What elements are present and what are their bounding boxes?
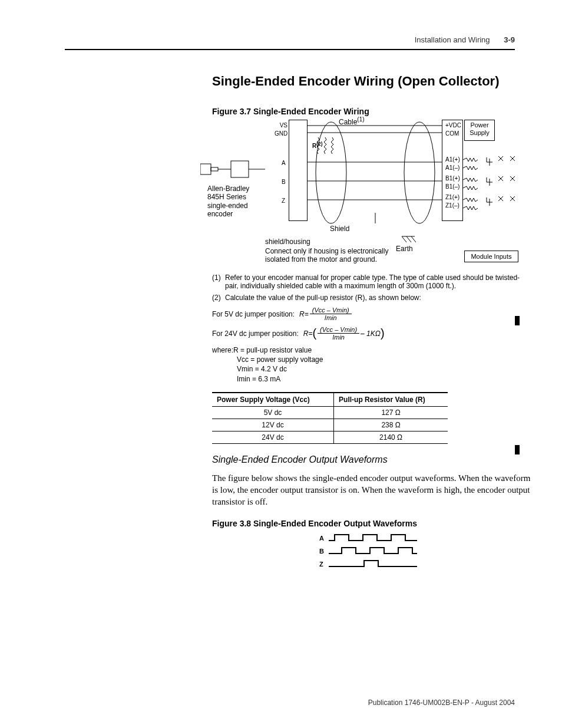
waveform-row-b: B bbox=[319, 545, 425, 558]
encoder-icon bbox=[200, 155, 265, 185]
table-row: 24V dc 2140 Ω bbox=[212, 431, 448, 443]
sub-heading: Single-Ended Encoder Output Waveforms bbox=[212, 454, 533, 465]
footnote-2: (2) Calculate the value of the pull-up r… bbox=[212, 294, 533, 302]
b1n-label: B1(–) bbox=[445, 183, 459, 190]
com-label: COM bbox=[445, 130, 459, 137]
square-wave-icon bbox=[329, 545, 417, 557]
header-rule bbox=[65, 49, 515, 50]
body-paragraph: The figure below shows the single-ended … bbox=[212, 472, 533, 508]
content-column: Single-Ended Encoder Wiring (Open Collec… bbox=[212, 74, 533, 571]
table-header: Pull-up Resistor Value (R) bbox=[334, 393, 448, 407]
svg-rect-1 bbox=[211, 167, 218, 171]
section-name: Installation and Wiring bbox=[415, 35, 490, 44]
encoder-label: Allen-Bradley 845H Series single-ended e… bbox=[207, 185, 266, 219]
table-row: 5V dc 127 Ω bbox=[212, 406, 448, 419]
gnd-label: GND bbox=[275, 130, 287, 137]
encoder-terminal-block bbox=[289, 120, 308, 221]
table-header-row: Power Supply Voltage (Vcc) Pull-up Resis… bbox=[212, 393, 448, 407]
module-inputs-label: Module Inputs bbox=[464, 251, 518, 262]
figure-caption: Figure 3.7 Single-Ended Encoder Wiring bbox=[212, 107, 533, 116]
z-label: Z bbox=[282, 197, 285, 205]
a1p-label: A1(+) bbox=[445, 156, 460, 163]
pulse-wave-icon bbox=[329, 558, 417, 570]
page-number: 3-9 bbox=[504, 35, 515, 44]
svg-point-5 bbox=[316, 122, 346, 223]
resistor-table: Power Supply Voltage (Vcc) Pull-up Resis… bbox=[212, 392, 448, 444]
fraction: (Vcc – Vmin) Imin bbox=[318, 326, 359, 341]
page: Installation and Wiring 3-9 Single-Ended… bbox=[0, 0, 562, 728]
z1n-label: Z1(–) bbox=[445, 202, 459, 209]
wiring-diagram: Allen-Bradley 845H Series single-ended e… bbox=[212, 120, 533, 270]
square-wave-icon bbox=[329, 532, 417, 544]
svg-line-14 bbox=[402, 236, 406, 242]
svg-rect-3 bbox=[231, 161, 249, 177]
shield-label: Shield bbox=[330, 225, 349, 233]
a-label: A bbox=[282, 160, 286, 167]
fraction: (Vcc – Vmin) Imin bbox=[310, 307, 352, 321]
svg-line-15 bbox=[406, 236, 411, 242]
formula-5v: For 5V dc jumper position: R= (Vcc – Vmi… bbox=[212, 307, 533, 321]
table-row: 12V dc 238 Ω bbox=[212, 419, 448, 431]
vs-label: VS bbox=[278, 122, 287, 129]
cable-lines-icon bbox=[308, 120, 443, 226]
waveform-row-a: A bbox=[319, 532, 425, 545]
footnote-1: (1) Refer to your encoder manual for pro… bbox=[212, 274, 533, 290]
shield-housing-label: shield/housing bbox=[265, 238, 310, 246]
figure-caption: Figure 3.8 Single-Ended Encoder Output W… bbox=[212, 519, 533, 528]
section-heading: Single-Ended Encoder Wiring (Open Collec… bbox=[212, 74, 533, 89]
b1p-label: B1(+) bbox=[445, 175, 460, 182]
power-supply-box: Power Supply bbox=[464, 120, 495, 141]
input-circuitry-icon bbox=[463, 154, 528, 219]
waveform-row-z: Z bbox=[319, 558, 425, 571]
svg-line-16 bbox=[411, 236, 416, 242]
publication-line: Publication 1746-UM002B-EN-P - August 20… bbox=[368, 699, 515, 707]
running-head: Installation and Wiring 3-9 bbox=[65, 35, 515, 44]
waveform-diagram: A B Z bbox=[319, 532, 425, 571]
margin-marker bbox=[515, 316, 520, 325]
earth-icon bbox=[399, 235, 417, 245]
formula-24v: For 24V dc jumper position: R= ( (Vcc – … bbox=[212, 326, 533, 341]
svg-point-6 bbox=[404, 122, 435, 223]
shield-housing-note: Connect only if housing is electronicall… bbox=[265, 247, 418, 264]
where-block: where:R = pull-up resistor value Vcc = p… bbox=[212, 345, 533, 384]
margin-marker bbox=[515, 445, 520, 454]
b-label: B bbox=[282, 179, 286, 186]
svg-rect-0 bbox=[200, 164, 211, 174]
a1n-label: A1(–) bbox=[445, 164, 459, 172]
z1p-label: Z1(+) bbox=[445, 194, 459, 201]
vdc-label: +VDC bbox=[445, 122, 461, 129]
table-header: Power Supply Voltage (Vcc) bbox=[212, 393, 334, 407]
